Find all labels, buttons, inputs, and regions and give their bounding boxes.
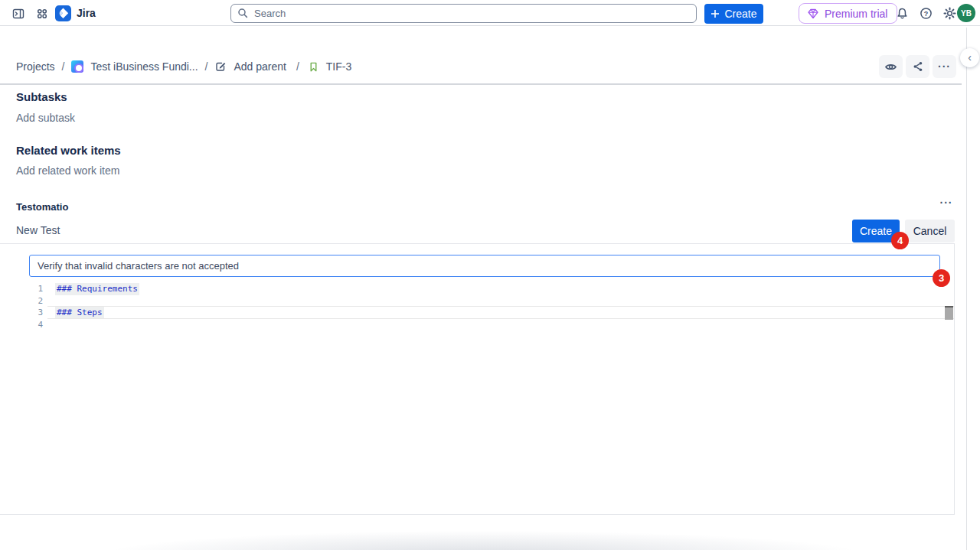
- breadcrumb-separator: /: [62, 60, 65, 73]
- ellipsis-icon: ···: [940, 197, 953, 209]
- collapse-panel-button[interactable]: ‹: [960, 48, 979, 67]
- help-button[interactable]: ?: [920, 7, 933, 20]
- search-container: [230, 4, 697, 23]
- breadcrumb-issue-key-link[interactable]: TIF-3: [326, 60, 351, 73]
- breadcrumb-add-parent-link[interactable]: Add parent: [234, 60, 286, 73]
- testomatio-section-title: Testomatio: [16, 201, 68, 213]
- share-icon: [912, 60, 924, 73]
- question-circle-icon: ?: [920, 7, 933, 20]
- annotation-badge-3: 3: [933, 269, 950, 287]
- breadcrumb-separator: /: [296, 60, 299, 73]
- jira-logo[interactable]: [55, 5, 71, 21]
- app-grid-icon: [36, 8, 48, 20]
- line-number: 3: [0, 307, 43, 319]
- breadcrumb-separator: /: [205, 60, 208, 73]
- breadcrumb-actions: ···: [879, 55, 956, 78]
- share-button[interactable]: [906, 55, 929, 78]
- user-avatar[interactable]: YB: [957, 4, 975, 22]
- test-body-code-editor[interactable]: 1 ### Requirements 2 3 ### Steps 4: [0, 283, 954, 330]
- line-number: 1: [0, 283, 43, 295]
- chevron-left-icon: ‹: [968, 51, 972, 63]
- editor-line[interactable]: 2: [0, 295, 954, 308]
- line-text: ### Requirements: [55, 283, 139, 295]
- gear-icon: [943, 7, 956, 20]
- project-avatar-icon: [71, 60, 83, 73]
- bottom-shadow: [0, 530, 966, 550]
- jira-window: Jira Create Premium trial: [0, 0, 980, 550]
- related-work-items-heading: Related work items: [16, 144, 121, 157]
- editor-line[interactable]: 1 ### Requirements: [0, 283, 954, 295]
- annotation-badge-4: 4: [891, 232, 909, 249]
- editor-line-active[interactable]: 3 ### Steps: [0, 307, 954, 319]
- edit-icon: [214, 60, 227, 73]
- editor-line[interactable]: 4: [0, 319, 954, 331]
- global-create-button[interactable]: Create: [704, 4, 763, 24]
- line-number: 4: [0, 319, 43, 331]
- gem-icon: [807, 8, 819, 20]
- sidebar-expand-icon: [12, 8, 24, 20]
- more-actions-button[interactable]: ···: [933, 55, 956, 78]
- testomatio-more-button[interactable]: ···: [936, 195, 957, 210]
- search-input[interactable]: [230, 4, 697, 23]
- plus-icon: [710, 9, 720, 18]
- avatar-initials: YB: [961, 9, 972, 18]
- app-name: Jira: [77, 7, 96, 19]
- breadcrumb-projects-link[interactable]: Projects: [16, 60, 55, 73]
- create-button-label: Create: [724, 8, 756, 20]
- premium-trial-label: Premium trial: [825, 8, 887, 20]
- svg-text:?: ?: [924, 10, 929, 18]
- right-panel-divider: [966, 28, 967, 550]
- premium-trial-button[interactable]: Premium trial: [799, 3, 897, 24]
- breadcrumb-project-link[interactable]: Test iBusiness Fundi...: [90, 60, 198, 73]
- test-title-input[interactable]: [29, 255, 940, 277]
- ellipsis-icon: ···: [938, 60, 951, 73]
- sidebar-toggle-button[interactable]: [11, 7, 24, 20]
- search-icon: [237, 7, 249, 19]
- top-navigation-bar: Jira Create Premium trial: [0, 0, 980, 26]
- settings-button[interactable]: [943, 7, 956, 20]
- line-number: 2: [0, 295, 43, 308]
- editor-scrollbar-thumb[interactable]: [945, 306, 953, 320]
- line-text: ### Steps: [55, 307, 104, 319]
- new-test-form-panel: 1 ### Requirements 2 3 ### Steps 4: [0, 243, 955, 515]
- eye-icon: [884, 60, 897, 73]
- add-subtask-button[interactable]: Add subtask: [16, 112, 75, 124]
- watch-button[interactable]: [879, 55, 903, 78]
- test-cancel-button[interactable]: Cancel: [905, 220, 955, 242]
- new-test-label: New Test: [16, 224, 60, 236]
- test-work-item-type-icon: [308, 61, 319, 73]
- subtasks-heading: Subtasks: [16, 90, 67, 103]
- breadcrumb-divider: [0, 83, 962, 85]
- notifications-button[interactable]: [896, 7, 909, 20]
- breadcrumb: Projects / Test iBusiness Fundi... / Add…: [16, 60, 351, 73]
- breadcrumb-row: Projects / Test iBusiness Fundi... / Add…: [0, 27, 980, 58]
- add-related-work-item-button[interactable]: Add related work item: [16, 164, 119, 177]
- app-switcher-button[interactable]: [35, 7, 48, 20]
- bell-icon: [896, 7, 909, 20]
